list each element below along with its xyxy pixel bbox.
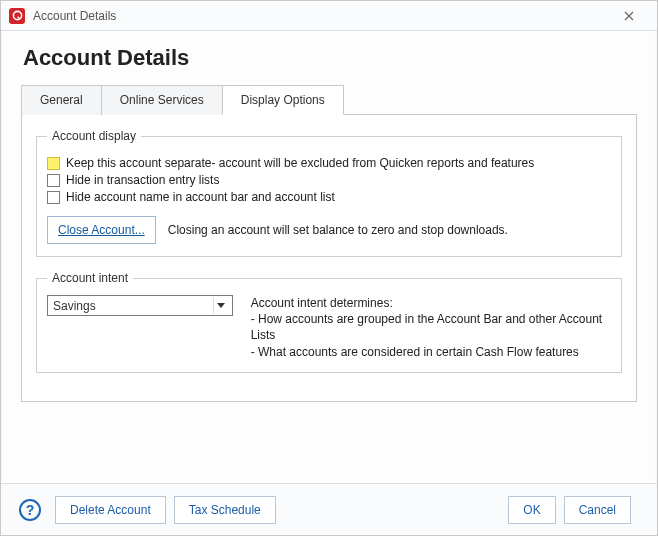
app-icon	[9, 8, 25, 24]
row-hide-txn: Hide in transaction entry lists	[47, 173, 611, 187]
row-keep-separate: Keep this account separate- account will…	[47, 156, 611, 170]
dialog-body: Account Details General Online Services …	[1, 31, 657, 535]
titlebar: Account Details	[1, 1, 657, 31]
account-intent-value: Savings	[53, 299, 96, 313]
group-account-display: Account display Keep this account separa…	[36, 129, 622, 257]
intent-desc-lead: Account intent determines:	[251, 295, 611, 311]
ok-button[interactable]: OK	[508, 496, 555, 524]
group-account-intent: Account intent Savings Account intent de…	[36, 271, 622, 373]
close-account-desc: Closing an account will set balance to z…	[168, 223, 508, 237]
svg-point-0	[13, 11, 21, 19]
chevron-down-icon	[213, 298, 229, 314]
page-title: Account Details	[23, 45, 637, 71]
group-account-display-legend: Account display	[47, 129, 141, 143]
window-title: Account Details	[33, 9, 609, 23]
tab-bar: General Online Services Display Options	[21, 85, 637, 115]
checkbox-keep-separate[interactable]	[47, 157, 60, 170]
label-hide-txn: Hide in transaction entry lists	[66, 173, 219, 187]
checkbox-hide-txn[interactable]	[47, 174, 60, 187]
group-account-intent-legend: Account intent	[47, 271, 133, 285]
intent-desc-line2: - What accounts are considered in certai…	[251, 344, 611, 360]
account-intent-dropdown[interactable]: Savings	[47, 295, 233, 316]
dialog-window: Account Details Account Details General …	[0, 0, 658, 536]
tab-display-options[interactable]: Display Options	[222, 85, 344, 115]
dialog-footer: ? Delete Account Tax Schedule OK Cancel	[1, 483, 657, 535]
cancel-button[interactable]: Cancel	[564, 496, 631, 524]
row-close-account: Close Account... Closing an account will…	[47, 216, 611, 244]
intent-desc-line1: - How accounts are grouped in the Accoun…	[251, 311, 611, 343]
delete-account-button[interactable]: Delete Account	[55, 496, 166, 524]
row-hide-name: Hide account name in account bar and acc…	[47, 190, 611, 204]
checkbox-hide-name[interactable]	[47, 191, 60, 204]
tab-online-services[interactable]: Online Services	[101, 85, 223, 115]
label-hide-name: Hide account name in account bar and acc…	[66, 190, 335, 204]
tab-general[interactable]: General	[21, 85, 102, 115]
tab-panel-display-options: Account display Keep this account separa…	[21, 114, 637, 402]
close-account-button[interactable]: Close Account...	[47, 216, 156, 244]
account-intent-desc: Account intent determines: - How account…	[251, 295, 611, 360]
tax-schedule-button[interactable]: Tax Schedule	[174, 496, 276, 524]
label-keep-separate: Keep this account separate- account will…	[66, 156, 534, 170]
close-icon[interactable]	[609, 2, 649, 30]
help-icon[interactable]: ?	[19, 499, 41, 521]
